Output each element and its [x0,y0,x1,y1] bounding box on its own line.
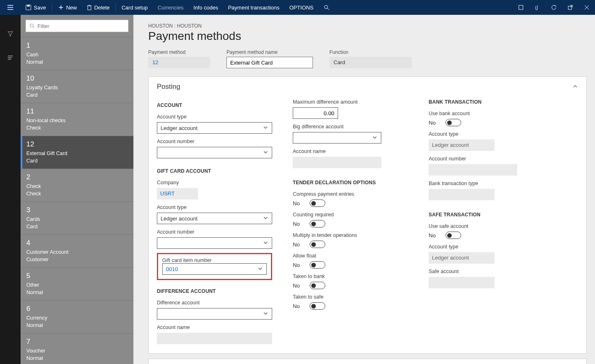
bank-trtype-value [429,189,495,200]
list-item-number: 1 [26,42,128,50]
hamburger-icon[interactable] [0,0,21,15]
compress-toggle[interactable] [310,199,325,207]
use-bank-label: Use bank account [429,111,544,116]
new-button[interactable]: New [53,0,82,15]
breadcrumb: HOUSTON : HOUSTON [148,23,587,29]
big-diff-dropdown[interactable] [293,132,381,144]
safe-group: SAFE TRANSACTION [429,212,544,218]
popout-icon[interactable] [562,0,579,15]
payment-method-name-input[interactable] [226,57,313,68]
delete-button[interactable]: Delete [82,0,115,15]
currencies-button: Currencies [153,0,189,15]
function-label: Function [329,49,412,55]
gc-account-number-dropdown[interactable] [157,237,272,249]
account-group: ACCOUNT [157,102,272,108]
list-item[interactable]: 5OtherNormal [21,267,133,300]
card-setup-button[interactable]: Card setup [117,0,153,15]
attachment-icon[interactable] [529,0,546,15]
posting-title: Posting [157,83,180,91]
options-button[interactable]: OPTIONS [285,0,319,15]
gc-account-type-label: Account type [157,204,272,210]
close-icon[interactable] [579,0,595,15]
payment-method-list[interactable]: 1CashNormal10Loyalty CardsCard11Non-loca… [21,37,133,364]
giftcard-group: GIFT CARD ACCOUNT [157,168,272,174]
list-item-name: Currency [26,315,128,322]
multiply-toggle[interactable] [310,241,325,248]
list-item-name: Customer Account [26,249,128,256]
list-item[interactable]: 12External Gift CardCard [21,136,133,169]
list-item-type: Normal [26,289,128,297]
list-item-name: External Gift Card [26,150,128,158]
filter-input-wrapper[interactable] [26,20,128,32]
account-type-dropdown[interactable]: Ledger account [157,122,272,134]
svg-rect-4 [519,5,523,9]
max-diff-label: Maximum difference amount [293,99,408,105]
info-codes-button[interactable]: Info codes [189,0,223,15]
payment-method-label: Payment method [148,49,210,55]
account-number-label: Account number [157,139,272,144]
payment-transactions-button[interactable]: Payment transactions [223,0,285,15]
list-lines-icon[interactable] [0,51,21,64]
list-item[interactable]: 10Loyalty CardsCard [21,70,133,103]
list-item-type: Normal [26,322,128,329]
multiply-value: No [293,241,300,248]
gc-account-type-dropdown[interactable]: Ledger account [157,213,272,224]
account-type-label: Account type [157,114,272,120]
bank-group: BANK TRANSACTION [429,99,544,105]
list-item-number: 5 [26,272,128,280]
use-safe-toggle[interactable] [446,232,461,239]
list-item-number: 11 [26,107,128,116]
company-value[interactable]: USRT [157,188,198,199]
safe-acct-type-value: Ledger account [429,252,495,264]
list-item-type: Check [26,190,128,198]
gc-item-dropdown[interactable]: 0010 [162,263,267,275]
filter-funnel-icon[interactable] [0,27,21,40]
counting-value: No [293,221,300,227]
save-button[interactable]: Save [21,0,51,15]
list-item[interactable]: 7VoucherNormal [21,333,133,364]
tender-group: TENDER DECLARATION OPTIONS [293,180,408,185]
taken-bank-toggle[interactable] [310,282,325,289]
list-item-number: 3 [26,206,128,214]
allow-float-toggle[interactable] [310,261,325,269]
list-item[interactable]: 6CurrencyNormal [21,300,133,333]
search-icon[interactable] [318,0,335,15]
filter-input[interactable] [37,23,125,29]
taken-bank-label: Taken to bank [293,274,408,279]
multiply-label: Multiply in tender operations [293,232,408,238]
chevron-up-icon[interactable] [572,83,578,90]
taken-safe-value: No [293,303,300,309]
use-safe-value: No [429,232,436,239]
page-title: Payment methods [148,30,587,43]
payment-method-name-label: Payment method name [226,49,313,55]
posting-section-header[interactable]: Posting [149,77,586,97]
svg-rect-2 [88,6,91,10]
taken-safe-toggle[interactable] [310,302,325,310]
list-item-type: Card [26,158,128,165]
difference-group: DIFFERENCE ACCOUNT [157,288,272,294]
use-bank-toggle[interactable] [446,119,461,126]
list-item-name: Non-local checks [26,117,128,125]
max-diff-input[interactable] [293,107,338,119]
counting-toggle[interactable] [310,220,325,227]
list-item[interactable]: 2CheckCheck [21,169,133,202]
safe-acct-type-label: Account type [429,244,544,250]
list-item[interactable]: 1CashNormal [21,37,133,70]
list-item[interactable]: 11Non-local checksCheck [21,103,133,136]
payment-method-value: 12 [148,57,210,68]
change-section-header[interactable]: Change [149,359,586,364]
office-icon[interactable] [513,0,529,15]
use-bank-value: No [429,120,436,126]
safe-acct-value [429,277,495,288]
difference-account-dropdown[interactable] [157,308,272,320]
bank-trtype-label: Bank transaction type [429,181,544,186]
difference-account-label: Difference account [157,300,272,306]
big-diff-label: Big difference account [293,124,408,130]
refresh-icon[interactable] [546,0,562,15]
list-item[interactable]: 4Customer AccountCustomer [21,234,133,267]
list-item[interactable]: 3CardsCard [21,202,133,234]
account-number-dropdown[interactable] [157,147,272,158]
use-safe-label: Use safe account [429,223,544,229]
allow-float-label: Allow float [293,253,408,259]
list-item-name: Other [26,282,128,289]
